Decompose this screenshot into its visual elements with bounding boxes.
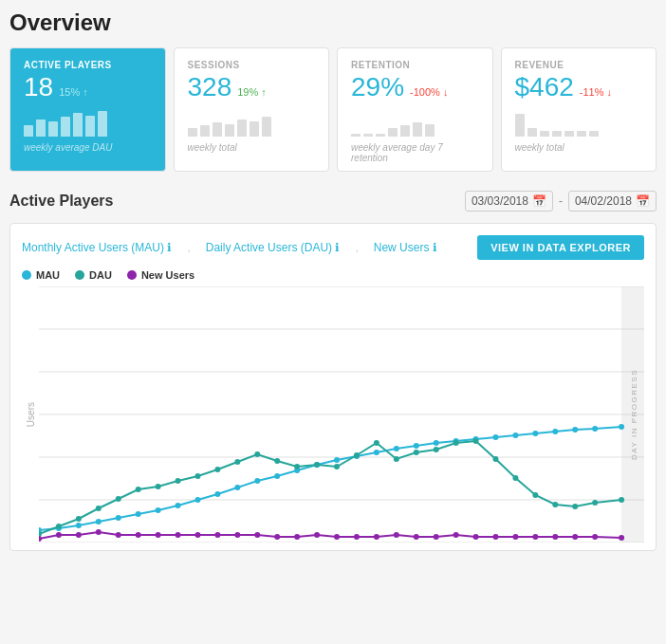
- mau-dot: [572, 427, 578, 432]
- new-users-dot: [374, 534, 379, 540]
- y-axis-label-container: Users: [22, 286, 39, 543]
- dau-dot: [156, 484, 161, 489]
- mau-dot: [374, 450, 379, 455]
- sessions-footer: weekly total: [188, 142, 316, 153]
- new-users-dot: [434, 534, 439, 540]
- sessions-label: SESSIONS: [188, 60, 316, 70]
- mau-line: [39, 427, 621, 530]
- mau-dot: [274, 473, 280, 479]
- active-players-bars: [24, 108, 152, 137]
- dau-dot: [374, 440, 379, 446]
- dau-dot: [334, 464, 340, 469]
- dau-metric-link[interactable]: Daily Active Users (DAU) ℹ: [206, 241, 341, 254]
- mau-dot: [116, 515, 121, 521]
- mau-dot: [76, 523, 82, 528]
- stat-card-sessions: SESSIONS 328 19% ↑ weekly total: [174, 47, 330, 172]
- new-users-dot: [254, 532, 260, 538]
- dau-dot: [214, 467, 220, 472]
- new-users-dot: [234, 532, 240, 538]
- calendar-to-icon: 📅: [636, 194, 650, 208]
- mau-dot: [96, 519, 102, 524]
- mau-dot: [394, 446, 399, 451]
- new-users-dot: [96, 529, 102, 535]
- new-users-dot: [394, 532, 399, 538]
- mau-legend-label: MAU: [36, 269, 60, 281]
- active-players-change: 15% ↑: [59, 86, 88, 98]
- mau-dot: [156, 507, 161, 513]
- new-users-dot: [214, 532, 220, 538]
- new-users-dot: [473, 534, 479, 540]
- metric-sep-1: ,: [187, 241, 190, 254]
- mau-dot: [254, 478, 260, 484]
- dau-dot: [453, 440, 459, 446]
- new-users-dot: [136, 532, 141, 538]
- active-players-footer: weekly average DAU: [24, 142, 152, 153]
- new-users-legend-dot: [127, 270, 137, 280]
- dau-dot: [314, 462, 320, 468]
- revenue-bars: [515, 108, 643, 137]
- line-chart-svg: 0 10 20 30 40 50 60 3/4 3/6 3/8 3/10 3/1…: [39, 286, 644, 543]
- dau-dot: [136, 487, 141, 492]
- stat-card-retention: RETENTION 29% -100% ↓ weekly average day…: [337, 47, 493, 172]
- mau-dot: [194, 497, 200, 503]
- chart-plot-area: 0 10 20 30 40 50 60 3/4 3/6 3/8 3/10 3/1…: [39, 286, 644, 543]
- new-users-dot: [194, 532, 200, 538]
- chart-legend: MAU DAU New Users: [22, 269, 644, 281]
- new-users-dot: [56, 532, 62, 538]
- dau-legend-dot: [75, 270, 84, 280]
- legend-dau: DAU: [75, 269, 112, 281]
- mau-metric-link[interactable]: Monthly Active Users (MAU) ℹ: [22, 241, 172, 254]
- dau-dot: [96, 506, 102, 511]
- date-to-value: 04/02/2018: [575, 194, 632, 208]
- mau-legend-dot: [22, 270, 31, 280]
- date-from-value: 03/03/2018: [472, 194, 528, 208]
- new-users-dot: [532, 534, 538, 540]
- retention-footer: weekly average day 7 retention: [351, 142, 479, 163]
- page-title: Overview: [9, 9, 657, 36]
- new-users-legend-label: New Users: [141, 269, 194, 281]
- active-players-section-title: Active Players: [9, 193, 113, 210]
- date-separator: -: [559, 194, 563, 208]
- new-users-dot: [314, 532, 320, 538]
- mau-dot: [136, 511, 141, 517]
- new-users-metric-link[interactable]: New Users ℹ: [374, 241, 437, 254]
- active-players-section-header: Active Players 03/03/2018 📅 - 04/02/2018…: [9, 191, 657, 212]
- new-users-dot: [414, 534, 419, 540]
- dau-dot: [254, 451, 260, 457]
- sessions-value: 328: [188, 72, 232, 102]
- dau-dot: [414, 450, 419, 455]
- mau-dot: [493, 434, 499, 440]
- retention-bars: [351, 108, 479, 137]
- stat-cards-row: ACTIVE PLAYERS 18 15% ↑ weekly average D…: [9, 47, 657, 172]
- new-users-dot: [76, 532, 82, 538]
- mau-dot: [512, 432, 518, 438]
- mau-dot: [414, 443, 419, 449]
- new-users-dot: [493, 534, 499, 540]
- dau-dot: [354, 452, 360, 458]
- dau-dot: [76, 516, 82, 522]
- dau-dot: [512, 475, 518, 481]
- new-users-dot: [592, 534, 598, 540]
- mau-dot: [176, 503, 181, 508]
- dau-dot: [592, 500, 598, 506]
- active-players-label: ACTIVE PLAYERS: [24, 60, 152, 70]
- view-in-data-explorer-button[interactable]: VIEW IN DATA EXPLORER: [477, 235, 644, 260]
- dau-dot: [552, 502, 558, 507]
- dau-dot: [194, 473, 200, 479]
- day-in-progress-text: DAY IN PROGRESS: [630, 369, 638, 460]
- revenue-footer: weekly total: [515, 142, 643, 153]
- day-in-progress-overlay: DAY IN PROGRESS: [623, 286, 644, 543]
- new-users-dot: [156, 532, 161, 538]
- new-users-dot: [294, 534, 300, 540]
- dau-dot: [294, 464, 300, 469]
- retention-change: -100% ↓: [410, 86, 448, 98]
- date-to-input[interactable]: 04/02/2018 📅: [568, 191, 657, 212]
- date-range-picker[interactable]: 03/03/2018 📅 - 04/02/2018 📅: [465, 191, 657, 212]
- sessions-bars: [188, 108, 316, 137]
- new-users-dot: [39, 536, 42, 542]
- dau-line: [39, 441, 621, 534]
- calendar-from-icon: 📅: [532, 194, 546, 208]
- mau-dot: [552, 429, 558, 434]
- dau-dot: [394, 456, 399, 462]
- date-from-input[interactable]: 03/03/2018 📅: [465, 191, 553, 212]
